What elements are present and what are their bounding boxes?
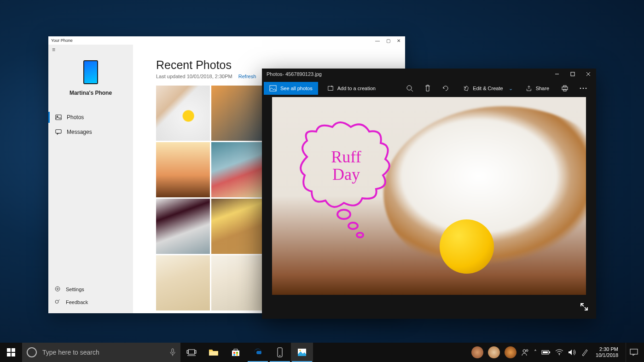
store-icon bbox=[231, 348, 240, 357]
photo-icon bbox=[269, 85, 277, 92]
svg-rect-26 bbox=[188, 350, 195, 354]
share-label: Share bbox=[536, 86, 549, 91]
svg-point-3 bbox=[57, 288, 58, 289]
battery-icon[interactable] bbox=[541, 350, 551, 355]
svg-rect-45 bbox=[630, 349, 638, 354]
svg-point-38 bbox=[299, 350, 301, 351]
svg-rect-24 bbox=[12, 353, 15, 356]
volume-icon[interactable] bbox=[568, 349, 576, 356]
phone-icon bbox=[277, 347, 283, 357]
photo-thumb[interactable] bbox=[211, 86, 265, 141]
svg-rect-21 bbox=[7, 348, 11, 352]
folder-icon bbox=[209, 348, 219, 356]
add-to-creation-button[interactable]: Add to a creation bbox=[321, 82, 382, 95]
sidebar-photos-label: Photos bbox=[67, 114, 84, 121]
action-center-button[interactable] bbox=[626, 343, 641, 362]
messages-icon bbox=[55, 128, 62, 136]
fullscreen-button[interactable] bbox=[577, 299, 592, 314]
clock-date: 10/1/2018 bbox=[596, 352, 618, 358]
minimize-button[interactable] bbox=[549, 69, 565, 79]
svg-point-17 bbox=[586, 88, 587, 89]
taskview-icon bbox=[186, 349, 197, 356]
minimize-button[interactable]: — bbox=[375, 38, 380, 43]
refresh-link[interactable]: Refresh bbox=[238, 74, 256, 79]
feedback-icon bbox=[55, 299, 61, 305]
edit-icon bbox=[463, 85, 469, 92]
sidebar-item-settings[interactable]: Settings bbox=[48, 283, 133, 296]
svg-rect-30 bbox=[232, 351, 239, 356]
svg-rect-33 bbox=[233, 354, 235, 356]
start-button[interactable] bbox=[0, 343, 22, 362]
more-button[interactable] bbox=[574, 82, 592, 95]
ink-workspace-icon[interactable] bbox=[581, 348, 588, 356]
zoom-button[interactable] bbox=[400, 82, 419, 95]
see-all-photos-button[interactable]: See all photos bbox=[264, 82, 318, 95]
settings-label: Settings bbox=[66, 287, 84, 292]
svg-point-20 bbox=[357, 233, 363, 237]
print-icon bbox=[561, 85, 569, 92]
photo-thumb[interactable] bbox=[211, 142, 265, 197]
store-button[interactable] bbox=[225, 343, 247, 362]
svg-rect-34 bbox=[236, 354, 238, 356]
rotate-button[interactable] bbox=[436, 82, 455, 95]
maximize-button[interactable] bbox=[565, 69, 580, 79]
svg-rect-7 bbox=[571, 72, 574, 76]
yourphone-titlebar: Your Phone — ▢ ✕ bbox=[48, 36, 405, 45]
photos-title: Photos- 4567890123.jpg bbox=[267, 71, 322, 77]
photos-taskbar-button[interactable] bbox=[291, 343, 313, 362]
svg-point-40 bbox=[526, 350, 528, 351]
tray-chevron[interactable]: ˄ bbox=[534, 349, 537, 356]
sidebar-item-feedback[interactable]: Feedback bbox=[48, 296, 133, 309]
wifi-icon[interactable] bbox=[555, 349, 563, 356]
notification-icon bbox=[630, 349, 638, 356]
svg-rect-8 bbox=[270, 86, 276, 91]
yourphone-taskbar-button[interactable] bbox=[269, 343, 291, 362]
taskbar-tray: ˄ 2:30 PM 10/1/2018 bbox=[471, 343, 644, 362]
people-avatar[interactable] bbox=[505, 346, 516, 358]
file-explorer-button[interactable] bbox=[203, 343, 225, 362]
search-box[interactable]: Type here to search bbox=[22, 343, 180, 362]
svg-point-5 bbox=[55, 300, 58, 304]
sidebar-item-photos[interactable]: Photos bbox=[48, 110, 133, 125]
clock-time: 2:30 PM bbox=[596, 346, 618, 352]
maximize-button[interactable]: ▢ bbox=[386, 38, 390, 43]
sidebar-item-messages[interactable]: Messages bbox=[48, 125, 133, 139]
photo-thumb[interactable] bbox=[156, 142, 210, 197]
clock[interactable]: 2:30 PM 10/1/2018 bbox=[596, 346, 618, 358]
photo-canvas: Ruff Day bbox=[272, 97, 586, 295]
edge-button[interactable] bbox=[247, 343, 269, 362]
people-button[interactable] bbox=[521, 348, 529, 356]
svg-rect-22 bbox=[12, 348, 15, 352]
photo-thumb[interactable] bbox=[211, 199, 265, 254]
phone-illustration: Martina's Phone bbox=[48, 55, 133, 101]
expand-icon bbox=[580, 302, 589, 311]
hamburger-icon[interactable]: ≡ bbox=[48, 45, 133, 55]
sidebar-messages-label: Messages bbox=[67, 129, 92, 135]
mic-icon[interactable] bbox=[169, 348, 176, 356]
svg-rect-42 bbox=[549, 351, 550, 353]
phone-name-label: Martina's Phone bbox=[70, 90, 112, 96]
photos-app-icon bbox=[297, 348, 307, 356]
delete-button[interactable] bbox=[419, 82, 436, 95]
photo-thumb[interactable] bbox=[156, 255, 210, 310]
close-button[interactable] bbox=[580, 69, 596, 79]
close-button[interactable]: ✕ bbox=[397, 38, 400, 43]
people-avatar[interactable] bbox=[471, 346, 483, 358]
taskview-button[interactable] bbox=[180, 343, 203, 362]
photos-toolbar: See all photos Add to a creation Edit & … bbox=[262, 80, 596, 97]
cortana-icon bbox=[27, 347, 37, 357]
photo-thumb[interactable] bbox=[211, 255, 265, 310]
print-button[interactable] bbox=[556, 82, 574, 95]
share-button[interactable]: Share bbox=[519, 82, 556, 95]
phone-icon bbox=[83, 60, 98, 84]
photo-thumb[interactable] bbox=[156, 199, 210, 254]
windows-icon bbox=[7, 348, 15, 356]
photo-thumb[interactable] bbox=[156, 86, 210, 141]
photos-window: Photos- 4567890123.jpg See all photos Ad… bbox=[262, 69, 596, 319]
see-all-label: See all photos bbox=[280, 86, 313, 91]
people-avatar[interactable] bbox=[488, 346, 500, 358]
svg-point-10 bbox=[407, 86, 412, 90]
edit-create-button[interactable]: Edit & Create ⌄ bbox=[456, 82, 519, 95]
svg-line-11 bbox=[411, 90, 413, 92]
zoom-icon bbox=[406, 85, 413, 92]
